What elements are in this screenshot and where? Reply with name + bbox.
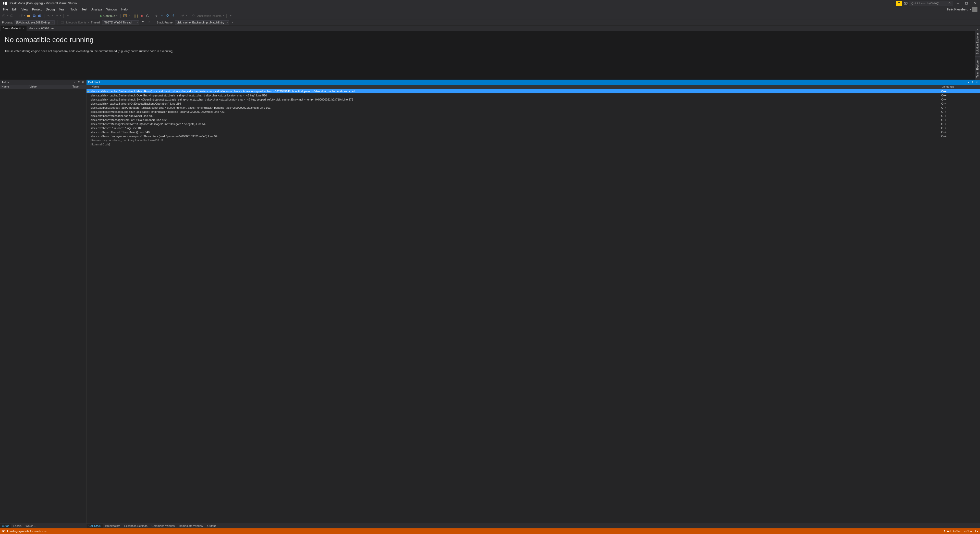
callstack-row[interactable]: slack.exe!disk_cache::BackendImpl::OpenE…	[86, 94, 980, 97]
menu-window[interactable]: Window	[104, 7, 119, 12]
show-next-statement-icon[interactable]	[154, 14, 159, 18]
stack-frame-combo[interactable]: disk_cache::BackendImpl::MatchEntry	[175, 21, 229, 24]
callstack-row[interactable]: [Frames may be missing, no binary loaded…	[86, 138, 980, 142]
pause-icon[interactable]: ❚❚	[134, 14, 138, 18]
browser-link-icon[interactable]	[123, 14, 127, 18]
callstack-row[interactable]: slack.exe!base::MessageLoop::RunTask(bas…	[86, 110, 980, 114]
tab-dump-file[interactable]: slack.exe.60920.dmp	[27, 26, 57, 31]
process-combo[interactable]: [N/A] slack.exe.60920.dmp	[14, 21, 55, 24]
frame-language: C++	[940, 90, 980, 93]
close-icon[interactable]: ✕	[22, 27, 24, 30]
col-type[interactable]: Type	[71, 85, 86, 89]
stop-icon[interactable]: ■	[140, 14, 144, 18]
callstack-row[interactable]: slack.exe!disk_cache::BackendImpl::SyncO…	[86, 97, 980, 102]
toolbar-overflow-icon[interactable]: ▾	[231, 20, 235, 25]
pin-icon[interactable]: ⚲	[19, 27, 21, 30]
step-into-icon[interactable]	[160, 14, 164, 18]
lifecycle-label[interactable]: Lifecycle Events	[66, 21, 86, 24]
callstack-row[interactable]: slack.exe!base::MessageLoop::DoWork() Li…	[86, 114, 980, 118]
close-button[interactable]	[971, 1, 979, 6]
add-to-source-control[interactable]: Add to Source Control ▴	[943, 530, 978, 533]
continue-button[interactable]: ▶ Continue ▾	[99, 14, 118, 17]
side-team-explorer[interactable]: Team Explorer	[975, 57, 980, 80]
callstack-row[interactable]: slack.exe!base::Thread::ThreadMain() Lin…	[86, 130, 980, 134]
maximize-button[interactable]	[963, 1, 970, 6]
tab-command-window[interactable]: Command Window	[150, 524, 177, 528]
side-solution-explorer[interactable]: Solution Explorer	[975, 30, 980, 57]
tab-breakpoints[interactable]: Breakpoints	[103, 524, 122, 528]
frame-language: C++	[940, 114, 980, 118]
chevron-down-icon[interactable]: ▾	[52, 15, 53, 17]
toolbar-overflow-icon[interactable]: ▾	[229, 14, 233, 18]
notifications-icon[interactable]	[903, 1, 908, 6]
save-all-icon[interactable]	[38, 14, 42, 18]
filter-threads-icon[interactable]	[141, 20, 145, 25]
minimize-button[interactable]	[954, 1, 962, 6]
user-account[interactable]: Felix Rieseberg ▾	[945, 7, 979, 12]
col-language[interactable]: Language	[940, 85, 980, 89]
tab-locals[interactable]: Locals	[11, 524, 24, 528]
chevron-down-icon[interactable]: ▾	[60, 15, 61, 17]
app-insights-icon[interactable]	[191, 14, 196, 18]
menu-help[interactable]: Help	[119, 7, 130, 12]
callstack-row[interactable]: ➔slack.exe!disk_cache::BackendImpl::Matc…	[86, 89, 980, 94]
pin-icon[interactable]: ⚲	[77, 80, 81, 84]
tab-break-mode[interactable]: Break Mode ⚲ ✕	[0, 26, 27, 31]
tab-callstack[interactable]: Call Stack	[86, 524, 103, 528]
callstack-row[interactable]: slack.exe!base::debug::TaskAnnotator::Ru…	[86, 106, 980, 110]
callstack-row[interactable]: slack.exe!disk_cache::BackendIO::Execute…	[86, 102, 980, 106]
col-name[interactable]: Name	[90, 85, 940, 89]
tab-immediate-window[interactable]: Immediate Window	[177, 524, 205, 528]
tab-exception-settings[interactable]: Exception Settings	[122, 524, 150, 528]
close-icon[interactable]: ✕	[81, 80, 85, 84]
menu-tools[interactable]: Tools	[68, 7, 80, 12]
undo-icon[interactable]	[46, 14, 51, 18]
chevron-down-icon[interactable]: ▾	[129, 15, 130, 17]
menu-project[interactable]: Project	[30, 7, 44, 12]
quick-launch-input[interactable]: Quick Launch (Ctrl+Q)	[910, 1, 953, 6]
step-over-icon[interactable]	[165, 14, 170, 18]
autos-header[interactable]: Autos ▾ ⚲ ✕	[0, 79, 86, 85]
chevron-down-icon[interactable]: ▾	[223, 15, 224, 17]
thread-combo[interactable]: [49376] Win64 Thread	[102, 21, 139, 24]
redo-icon[interactable]	[54, 14, 59, 18]
chevron-down-icon[interactable]: ▾	[88, 21, 89, 24]
tab-autos[interactable]: Autos	[0, 524, 11, 528]
callstack-row[interactable]: slack.exe!base::MessagePumpForIO::DoRunL…	[86, 118, 980, 122]
step-out-icon[interactable]	[171, 14, 176, 18]
flag-icon[interactable]	[147, 20, 151, 25]
callstack-row[interactable]: slack.exe!base::RunLoop::Run() Line 108C…	[86, 126, 980, 130]
callstack-row[interactable]: slack.exe!base::`anonymous namespace'::T…	[86, 134, 980, 138]
restart-icon[interactable]	[145, 14, 150, 18]
nav-back-icon[interactable]	[2, 14, 6, 18]
close-icon[interactable]: ✕	[975, 80, 978, 84]
nav-forward-icon[interactable]	[10, 14, 14, 18]
menu-view[interactable]: View	[19, 7, 30, 12]
open-file-icon[interactable]	[26, 14, 31, 18]
callstack-row[interactable]: slack.exe!base::MessagePumpWin::Run(base…	[86, 122, 980, 126]
tab-watch1[interactable]: Watch 1	[24, 524, 38, 528]
menu-team[interactable]: Team	[57, 7, 68, 12]
menu-test[interactable]: Test	[80, 7, 89, 12]
new-project-icon[interactable]	[18, 14, 23, 18]
menu-analyze[interactable]: Analyze	[89, 7, 104, 12]
callstack-row[interactable]: [External Code]	[86, 142, 980, 146]
app-insights-label[interactable]: Application Insights	[197, 14, 222, 17]
pin-icon[interactable]: ⚲	[971, 80, 974, 84]
save-icon[interactable]	[32, 14, 37, 18]
tab-output[interactable]: Output	[205, 524, 218, 528]
callstack-header[interactable]: Call Stack ▾ ⚲ ✕	[86, 79, 980, 85]
menu-debug[interactable]: Debug	[44, 7, 57, 12]
pending-changes-filter-icon[interactable]	[896, 1, 902, 6]
chevron-down-icon[interactable]: ▾	[186, 15, 187, 17]
chevron-down-icon[interactable]: ▾	[24, 15, 25, 17]
col-value[interactable]: Value	[28, 85, 71, 89]
intellitrace-icon[interactable]	[180, 14, 185, 18]
solution-config-icon[interactable]: ▾	[65, 14, 70, 18]
window-position-icon[interactable]: ▾	[967, 80, 970, 84]
window-position-icon[interactable]: ▾	[73, 80, 76, 84]
menu-edit[interactable]: Edit	[10, 7, 19, 12]
menu-file[interactable]: File	[1, 7, 10, 12]
col-name[interactable]: Name	[0, 85, 28, 89]
chevron-down-icon[interactable]: ▾	[7, 15, 8, 17]
